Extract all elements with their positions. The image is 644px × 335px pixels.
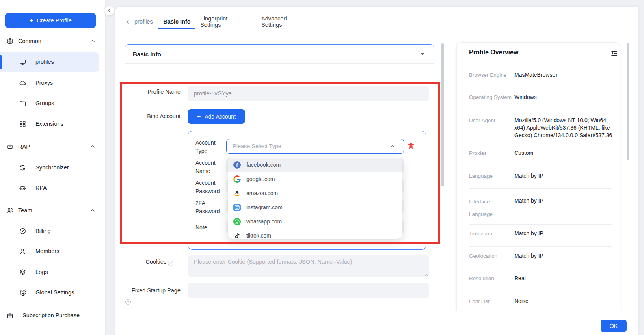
tab-basic-info[interactable]: Basic Info [158, 17, 195, 26]
tab-label: Fingerprint Settings [200, 15, 244, 28]
profile-name-label: Profile Name [121, 89, 181, 95]
question-circle-icon[interactable]: ? [168, 261, 173, 266]
tab-fingerprint-settings[interactable]: Fingerprint Settings [200, 17, 244, 26]
gear-icon [19, 289, 26, 296]
overview-row-label: Timezone [469, 230, 514, 238]
sidebar-item-label: Billing [35, 228, 51, 234]
instagram-icon [233, 204, 241, 211]
overview-row-label: Interface Language [469, 195, 514, 221]
folder-icon [19, 100, 26, 107]
chevron-up-icon [390, 144, 395, 149]
sidebar-collapse-button[interactable] [104, 6, 114, 16]
sidebar-item-billing[interactable]: Billing [0, 225, 106, 236]
sidebar-section-team[interactable]: Team [0, 205, 106, 216]
overview-row-value: Match by IP [514, 197, 619, 205]
create-profile-button[interactable]: + Create Profile [5, 13, 96, 28]
divider [469, 246, 612, 247]
sidebar-item-label: Logs [35, 269, 48, 275]
sidebar-item-members[interactable]: Members [0, 246, 106, 257]
dropdown-option-whatsapp[interactable]: whatsapp.com [228, 214, 402, 229]
divider [469, 269, 612, 269]
robot-icon [19, 184, 26, 192]
sidebar: + Create Profile Common profiles Proxys … [0, 0, 106, 335]
sidebar-section-common[interactable]: Common [0, 35, 106, 47]
overview-row-label: Resolution [469, 275, 514, 283]
profile-name-input[interactable] [188, 86, 429, 101]
sidebar-item-extensions[interactable]: Extensions [0, 118, 106, 129]
overview-row-value: Real [514, 275, 619, 282]
sidebar-item-synchronizer[interactable]: Synchronizer [0, 162, 106, 173]
cookies-textarea[interactable] [188, 255, 429, 277]
dropdown-option-amazon[interactable]: a amazon.com [228, 186, 402, 200]
overview-row-value: Windows [514, 93, 619, 101]
team-icon [6, 207, 14, 214]
overview-row-label: Operating System [469, 93, 514, 101]
ok-button[interactable]: OK [601, 320, 627, 332]
chevron-up-icon[interactable] [90, 208, 95, 213]
question-circle-icon[interactable]: ? [125, 299, 131, 305]
chevron-left-icon [125, 19, 130, 24]
overview-row-value: Custom [514, 149, 619, 157]
option-label: amazon.com [246, 190, 278, 196]
dropdown-option-tiktok[interactable]: tiktok.com [228, 229, 402, 239]
panel-title: Basic Info [133, 51, 161, 58]
person-icon [19, 248, 26, 255]
divider [469, 63, 612, 63]
sidebar-item-label: Proxys [35, 80, 53, 86]
dropdown-option-facebook[interactable]: f facebook.com [228, 158, 402, 172]
chevron-left-icon [107, 8, 112, 13]
overview-row-value: MasMateBrowser [514, 71, 619, 79]
sidebar-item-rpa[interactable]: RPA [0, 182, 106, 194]
fixed-startup-page-input[interactable] [188, 283, 429, 298]
tab-label: Advanced Settings [261, 15, 298, 28]
account-name-label: Account Name [195, 159, 221, 175]
divider [469, 143, 612, 143]
dropdown-option-google[interactable]: google.com [228, 172, 402, 186]
note-label: Note [195, 223, 221, 232]
dropdown-option-instagram[interactable]: instagram.com [228, 200, 402, 214]
whatsapp-icon [233, 218, 241, 225]
add-account-button[interactable]: + Add Account [188, 109, 245, 124]
overview-row-label: Geolocation [469, 252, 514, 260]
collapse-list-icon[interactable] [610, 50, 618, 57]
sidebar-section-label: Common [18, 38, 41, 44]
account-type-select[interactable]: Please Select Type [226, 139, 404, 154]
account-password-label: Account Password [195, 179, 221, 195]
grid-icon [19, 120, 26, 128]
breadcrumb-back[interactable]: profiles [125, 17, 153, 26]
sidebar-item-logs[interactable]: Logs [0, 266, 106, 277]
option-label: whatsapp.com [246, 218, 282, 225]
caret-down-icon[interactable] [421, 53, 424, 55]
sidebar-item-profiles[interactable]: profiles [0, 56, 106, 67]
facebook-icon: f [233, 161, 241, 169]
overview-row-value: Match by IP [514, 230, 619, 237]
breadcrumb-label: profiles [134, 19, 153, 25]
sidebar-item-label: Groups [35, 100, 54, 106]
sidebar-section-rap[interactable]: RAP [0, 141, 106, 152]
delete-account-button[interactable] [407, 142, 415, 150]
overview-row-value: Match by IP [514, 172, 619, 180]
overview-scrollbar[interactable] [627, 43, 629, 160]
overview-row-value: Match by IP [514, 252, 619, 260]
sidebar-item-proxys[interactable]: Proxys [0, 77, 106, 88]
main-scrollbar[interactable] [441, 43, 444, 186]
plus-icon: + [197, 114, 201, 120]
sidebar-item-label: RPA [35, 185, 47, 191]
footer-bar: OK [115, 311, 638, 335]
overview-row-label: Browser Engine [469, 71, 514, 79]
chevron-up-icon[interactable] [90, 144, 95, 149]
overview-row-label: Language [469, 172, 514, 180]
tab-advanced-settings[interactable]: Advanced Settings [261, 17, 298, 26]
create-profile-label: Create Profile [37, 17, 72, 24]
app-root: + Create Profile Common profiles Proxys … [0, 0, 644, 335]
option-label: tiktok.com [246, 233, 271, 239]
chevron-up-icon[interactable] [90, 38, 95, 44]
sidebar-item-global-settings[interactable]: Global Settings [0, 287, 106, 298]
sidebar-item-subscription-purchase[interactable]: Subscription Purchase [0, 310, 106, 321]
sidebar-item-groups[interactable]: Groups [0, 98, 106, 109]
amazon-icon: a [233, 190, 241, 197]
basic-info-panel-header[interactable]: Basic Info [125, 45, 434, 64]
cloud-icon [19, 79, 26, 87]
textarea-resize-handle[interactable] [425, 272, 428, 276]
sidebar-item-label: Subscription Purchase [22, 312, 80, 318]
